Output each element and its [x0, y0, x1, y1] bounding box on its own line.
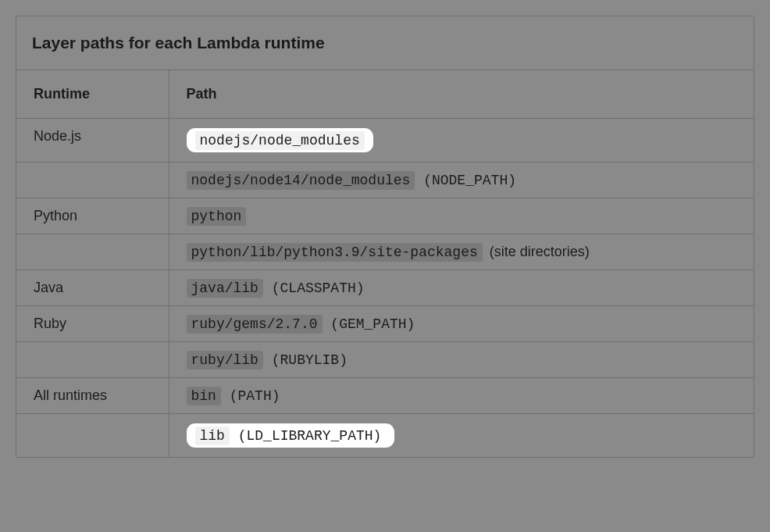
cell-runtime: Ruby: [16, 306, 169, 342]
path-suffix: (NODE_PATH): [415, 171, 521, 190]
path-suffix: (CLASSPATH): [263, 279, 369, 298]
cell-path: python: [169, 198, 754, 234]
path-code: bin: [187, 387, 221, 405]
path-code: nodejs/node14/node_modules: [187, 171, 415, 190]
highlighted-path: nodejs/node_modules: [187, 128, 373, 152]
cell-path: nodejs/node14/node_modules (NODE_PATH): [169, 162, 754, 198]
table-row: nodejs/node14/node_modules (NODE_PATH): [16, 162, 754, 198]
cell-path: bin (PATH): [169, 378, 754, 414]
path-code: python: [187, 207, 247, 226]
cell-path: ruby/gems/2.7.0 (GEM_PATH): [169, 306, 754, 342]
path-code: lib: [195, 427, 230, 445]
cell-runtime: [16, 234, 169, 270]
cell-runtime: [16, 414, 169, 458]
cell-runtime: Python: [16, 198, 169, 234]
path-suffix: (PATH): [221, 387, 285, 405]
path-code: python/lib/python3.9/site-packages: [187, 243, 483, 262]
table-row: lib (LD_LIBRARY_PATH): [16, 414, 754, 458]
path-code: ruby/gems/2.7.0: [187, 315, 323, 334]
path-suffix: (GEM_PATH): [323, 315, 420, 334]
cell-runtime: All runtimes: [16, 378, 169, 414]
cell-runtime: [16, 162, 169, 198]
cell-path: nodejs/node_modules: [169, 119, 754, 162]
table-header-row: Runtime Path: [16, 70, 754, 119]
path-code: java/lib: [187, 279, 263, 298]
cell-path: ruby/lib (RUBYLIB): [169, 342, 754, 378]
table-row: Node.jsnodejs/node_modules: [16, 119, 754, 162]
cell-path: lib (LD_LIBRARY_PATH): [169, 414, 754, 458]
header-path: Path: [169, 70, 754, 119]
cell-path: java/lib (CLASSPATH): [169, 270, 754, 306]
cell-path: python/lib/python3.9/site-packages (site…: [169, 234, 754, 270]
cell-runtime: Node.js: [16, 119, 169, 162]
header-runtime: Runtime: [16, 70, 169, 119]
layer-paths-table: Runtime Path Node.jsnodejs/node_modulesn…: [16, 70, 754, 457]
path-suffix: (LD_LIBRARY_PATH): [230, 427, 386, 445]
table-row: ruby/lib (RUBYLIB): [16, 342, 754, 378]
table-row: Rubyruby/gems/2.7.0 (GEM_PATH): [16, 306, 754, 342]
cell-runtime: Java: [16, 270, 169, 306]
cell-runtime: [16, 342, 169, 378]
path-code: nodejs/node_modules: [195, 131, 365, 150]
table-row: Javajava/lib (CLASSPATH): [16, 270, 754, 306]
table-row: All runtimesbin (PATH): [16, 378, 754, 414]
path-suffix: (site directories): [486, 244, 590, 259]
path-code: ruby/lib: [187, 351, 263, 370]
layer-paths-table-container: Layer paths for each Lambda runtime Runt…: [16, 16, 754, 458]
table-caption: Layer paths for each Lambda runtime: [16, 16, 754, 70]
table-row: Pythonpython: [16, 198, 754, 234]
highlighted-path: lib (LD_LIBRARY_PATH): [187, 423, 395, 448]
path-suffix: (RUBYLIB): [263, 351, 352, 370]
table-row: python/lib/python3.9/site-packages (site…: [16, 234, 754, 270]
